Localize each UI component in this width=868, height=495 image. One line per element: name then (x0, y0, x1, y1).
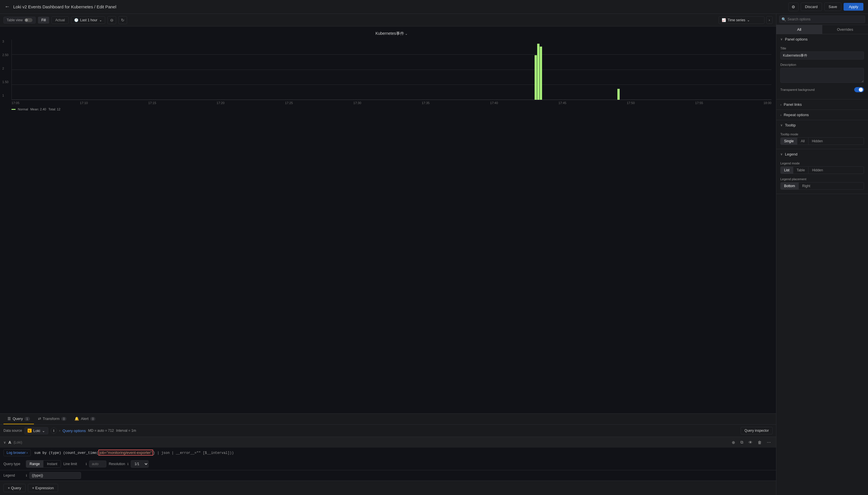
panel-options-header[interactable]: ∨ Panel options (776, 34, 868, 44)
zoom-button[interactable]: ⊖ (107, 16, 116, 24)
x-label-1800: 18:00 (763, 101, 771, 105)
legend-input[interactable] (29, 472, 81, 479)
alert-tab-badge: 0 (90, 417, 96, 421)
query-options-button[interactable]: Query options (63, 429, 86, 433)
time-range-button[interactable]: 🕐 Last 1 hour ⌄ (71, 16, 105, 24)
query-copy-button[interactable]: ⧉ (739, 439, 745, 445)
title-field-input[interactable] (780, 51, 864, 59)
legend-mode-hidden[interactable]: Hidden (809, 167, 826, 174)
query-share-button[interactable]: ⊕ (730, 439, 737, 445)
bars-container (12, 40, 771, 100)
panel-links-header[interactable]: › Panel links (776, 100, 868, 109)
log-browser-button[interactable]: Log browser › (3, 449, 31, 456)
y-axis-2: 2 (2, 67, 8, 70)
tab-alert[interactable]: 🔔 Alert 0 (70, 414, 100, 424)
legend-info-icon: ℹ (26, 474, 27, 477)
alert-tab-icon: 🔔 (74, 416, 79, 421)
repeat-options-header[interactable]: › Repeat options (776, 110, 868, 120)
query-highlight-text: job="monitoring/event-exporter" (100, 450, 152, 455)
query-type-instant[interactable]: Instant (44, 461, 60, 467)
datasource-info-button[interactable]: ℹ (51, 427, 57, 434)
apply-button[interactable]: Apply (844, 3, 863, 11)
query-options-meta-md: MD = auto = 712 (88, 429, 114, 433)
resolution-select[interactable]: 1/1 1/2 1/4 1/10 (131, 460, 149, 468)
add-query-button[interactable]: + Query (3, 484, 25, 492)
legend-mode-list[interactable]: List (781, 167, 793, 174)
query-row-a: ∨ A (Loki) ⊕ ⧉ 👁 🗑 ⋯ Log browser › sum b… (0, 437, 776, 481)
query-highlight-box[interactable]: job="monitoring/event-exporter" (98, 449, 153, 456)
tooltip-hidden[interactable]: Hidden (809, 138, 826, 144)
section-legend: ∨ Legend Legend mode List Table Hidden L… (776, 149, 868, 194)
tooltip-mode-label: Tooltip mode (780, 133, 864, 136)
table-view-toggle[interactable]: Table view (3, 17, 36, 23)
legend-section-header[interactable]: ∨ Legend (776, 149, 868, 159)
query-type-range[interactable]: Range (26, 461, 44, 467)
query-delete-button[interactable]: 🗑 (756, 439, 763, 445)
right-panel-tab-row: All Overrides (776, 25, 868, 34)
viz-type-selector[interactable]: 📈 Time series ⌄ (718, 16, 765, 24)
line-limit-info-icon: ℹ (86, 462, 87, 466)
query-tab-icon: ☰ (7, 416, 11, 421)
alert-tab-label: Alert (81, 416, 88, 421)
x-label-1735: 17:35 (422, 101, 430, 105)
viz-toolbar-left: Table view Fill Actual 🕐 Last 1 hour ⌄ ⊖… (3, 16, 127, 24)
settings-button[interactable]: ⚙ (788, 3, 798, 11)
tooltip-chevron: ∨ (780, 123, 783, 127)
transparent-bg-toggle[interactable] (854, 87, 864, 92)
query-letter: A (8, 440, 11, 445)
back-button[interactable]: ← (5, 4, 10, 10)
tooltip-header[interactable]: ∨ Tooltip (776, 120, 868, 130)
legend-color-swatch (12, 109, 16, 110)
query-type-label: Query type (3, 462, 23, 466)
center-panel: Table view Fill Actual 🕐 Last 1 hour ⌄ ⊖… (0, 14, 776, 495)
description-field-textarea[interactable] (780, 68, 864, 83)
query-visibility-button[interactable]: 👁 (747, 439, 754, 445)
query-more-button[interactable]: ⋯ (765, 439, 772, 445)
add-expression-button[interactable]: + Expression (28, 484, 58, 492)
legend-row: Legend ℹ (0, 470, 776, 481)
line-limit-input[interactable] (89, 461, 106, 467)
top-bar: ← Loki v2 Events Dashboard for Kubernete… (0, 0, 868, 14)
section-panel-options: ∨ Panel options Title Description Transp… (776, 34, 868, 100)
search-icon-wrap: 🔍 (779, 16, 865, 23)
legend-mode-table[interactable]: Table (793, 167, 809, 174)
tab-overrides[interactable]: Overrides (822, 25, 868, 34)
description-field-label: Description (780, 63, 864, 66)
x-label-1745: 17:45 (558, 101, 567, 105)
legend-label: Normal (18, 107, 28, 111)
search-options-input[interactable] (779, 16, 865, 23)
query-type-row: Query type Range Instant Line limit ℹ Re… (0, 458, 776, 470)
tab-transform[interactable]: ⇄ Transform 0 (34, 414, 71, 424)
query-type-group: Range Instant (26, 460, 61, 468)
refresh-button[interactable]: ↻ (118, 16, 127, 24)
panel-title[interactable]: Kubernetes事件 (12, 31, 771, 36)
query-input-after: } | json | __error__="" [$__interval])) (153, 451, 234, 455)
query-tab-label: Query (13, 416, 23, 421)
bar (618, 89, 620, 100)
discard-button[interactable]: Discard (801, 3, 822, 11)
table-view-label: Table view (6, 18, 23, 22)
save-button[interactable]: Save (824, 3, 841, 11)
tooltip-all[interactable]: All (797, 138, 808, 144)
top-bar-left: ← Loki v2 Events Dashboard for Kubernete… (5, 4, 117, 10)
actual-button[interactable]: Actual (51, 16, 68, 24)
x-label-1720: 17:20 (217, 101, 225, 105)
legend-total: Total: 12 (49, 107, 60, 111)
bar-group-17-40 (535, 44, 542, 100)
panel-links-chevron: › (780, 103, 781, 106)
query-collapse-button[interactable]: ∨ (3, 440, 6, 444)
legend-placement-bottom[interactable]: Bottom (781, 183, 799, 189)
query-inspector-button[interactable]: Query inspector (741, 427, 772, 434)
tab-all[interactable]: All (776, 25, 822, 34)
tooltip-single[interactable]: Single (781, 138, 797, 144)
tab-query[interactable]: ☰ Query 1 (3, 414, 34, 424)
chart-area: Kubernetes事件 3 2.50 2 1.50 1 (0, 27, 776, 413)
viz-expand-button[interactable]: › (766, 16, 772, 24)
resolution-info-icon: ℹ (127, 462, 128, 466)
datasource-selector[interactable]: L Loki ⌄ (24, 427, 48, 434)
fill-button[interactable]: Fill (38, 17, 49, 23)
datasource-bar: Data source L Loki ⌄ ℹ › Query options M… (0, 425, 776, 437)
x-label-1725: 17:25 (285, 101, 293, 105)
table-view-switch[interactable] (24, 18, 33, 22)
legend-placement-right[interactable]: Right (799, 183, 814, 189)
